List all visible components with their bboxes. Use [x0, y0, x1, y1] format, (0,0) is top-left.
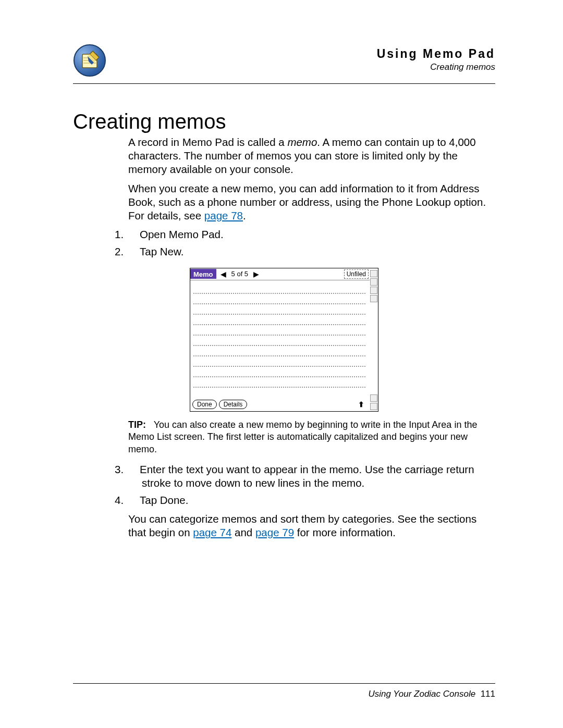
memo-pad-icon [73, 44, 106, 79]
page-78-link[interactable]: page 78 [204, 209, 243, 221]
intro-paragraph-1: A record in Memo Pad is called a memo. A… [128, 135, 495, 177]
tip-block: TIP: You can also create a new memo by b… [128, 419, 495, 455]
footer-text: Using Your Zodiac Console [368, 689, 475, 699]
memo-tab: Memo [190, 269, 216, 279]
step-3: 3.Enter the text you want to appear in t… [142, 463, 495, 490]
memo-text-area [190, 280, 370, 398]
page-header-subtitle: Creating memos [106, 62, 495, 72]
memo-nav: ◀ 5 of 5 ▶ [216, 270, 264, 278]
memo-counter: 5 of 5 [229, 270, 251, 278]
page-74-link[interactable]: page 74 [193, 526, 231, 538]
step-2: 2.Tap New. [142, 245, 495, 258]
intro-paragraph-2: When you create a new memo, you can add … [128, 182, 495, 223]
section-title: Creating memos [73, 110, 495, 133]
page-number: 111 [481, 689, 495, 699]
next-icon: ▶ [251, 270, 261, 278]
memo-pad-screenshot: Memo ◀ 5 of 5 ▶ Unfiled [73, 268, 495, 412]
details-button: Details [219, 400, 248, 409]
closing-paragraph: You can categorize memos and sort them b… [128, 512, 495, 539]
tip-label: TIP: [128, 419, 146, 430]
up-arrow-icon: ⬆ [358, 400, 368, 409]
side-scroll-icons [370, 268, 378, 411]
step-4: 4.Tap Done. [142, 493, 495, 507]
tip-text: You can also create a new memo by beginn… [128, 419, 477, 454]
step-1: 1.Open Memo Pad. [142, 228, 495, 241]
done-button: Done [192, 400, 217, 409]
prev-icon: ◀ [218, 270, 228, 278]
page-79-link[interactable]: page 79 [255, 526, 294, 538]
page-header-title: Using Memo Pad [106, 47, 495, 61]
category-selector: Unfiled [344, 269, 369, 279]
page-footer: Using Your Zodiac Console 111 [73, 683, 495, 699]
